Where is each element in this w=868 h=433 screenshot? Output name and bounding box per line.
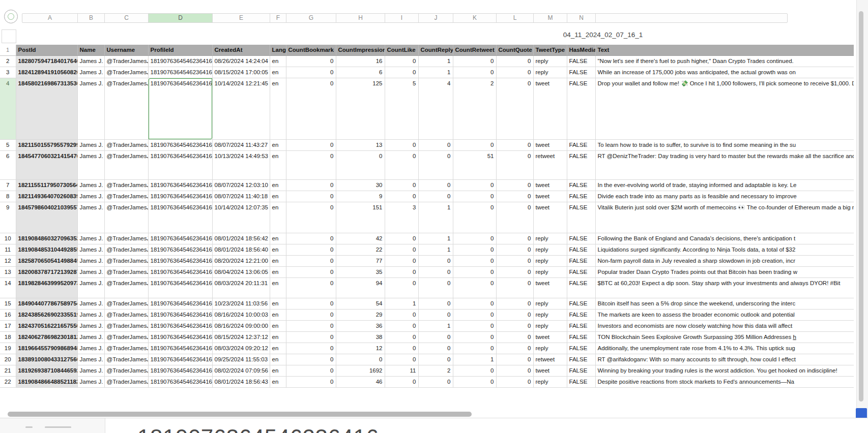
cell-E17[interactable]: 08/16/2024 09:00:00 [212,321,270,332]
cell-J18[interactable]: 0 [418,332,453,343]
cell-N10[interactable]: FALSE [567,233,595,244]
cell-D11[interactable]: 1819076364546236416 [148,244,212,256]
cell-J5[interactable]: 0 [418,140,453,151]
row-number-14[interactable]: 14 [0,278,16,298]
cell-B21[interactable]: James J. [77,365,104,377]
cell-M14[interactable]: tweet [533,278,567,298]
cell-J9[interactable]: 1 [418,202,453,233]
cell-E2[interactable]: 08/26/2024 14:24:04 [212,56,270,67]
cell-O12[interactable]: Non-farm payroll data in July revealed a… [595,256,854,267]
cell-H6[interactable]: 0 [336,151,385,180]
cell-C18[interactable]: @TraderJamesJ [104,332,148,343]
cell-K3[interactable]: 0 [453,67,496,78]
column-letter-M[interactable]: M [534,14,567,22]
cell-B11[interactable]: James J. [77,244,104,256]
header-cell-TweetType[interactable]: TweetType [533,45,567,56]
cell-E18[interactable]: 08/15/2024 12:37:12 [212,332,270,343]
table-handle-button[interactable] [4,10,18,23]
cell-K8[interactable]: 0 [453,191,496,202]
cell-H14[interactable]: 94 [336,278,385,298]
header-cell-HasMedia[interactable]: HasMedia [567,45,595,56]
row-number-16[interactable]: 16 [0,310,16,321]
cell-N21[interactable]: FALSE [567,365,595,377]
cell-L10[interactable]: 0 [496,233,533,244]
cell-G18[interactable]: 0 [286,332,336,343]
cell-C6[interactable]: @TraderJamesJ [104,151,148,180]
row-number-7[interactable]: 7 [0,180,16,191]
cell-H18[interactable]: 38 [336,332,385,343]
cell-J20[interactable]: 0 [418,354,453,365]
cell-E21[interactable]: 08/02/2024 07:09:56 [212,365,270,377]
cell-A2[interactable]: 1828075947184017640 [16,56,77,67]
row-number-9[interactable]: 9 [0,202,16,233]
cell-M2[interactable]: reply [533,56,567,67]
cell-M22[interactable]: reply [533,377,567,388]
cell-F14[interactable]: en [270,278,286,298]
text-link[interactable]: h [793,334,796,340]
cell-H12[interactable]: 77 [336,256,385,267]
cell-K16[interactable]: 0 [453,310,496,321]
cell-B13[interactable]: James J. [77,267,104,278]
cell-I15[interactable]: 1 [385,298,418,310]
column-letter-strip[interactable]: ABCDEFGHIJKLMN [22,13,788,23]
cell-N8[interactable]: FALSE [567,191,595,202]
cell-A12[interactable]: 1825870650541498845 [16,256,77,267]
cell-I4[interactable]: 5 [385,78,418,140]
cell-J15[interactable]: 0 [418,298,453,310]
cell-H22[interactable]: 46 [336,377,385,388]
cell-N17[interactable]: FALSE [567,321,595,332]
cell-D13[interactable]: 1819076364546236416 [148,267,212,278]
cell-H21[interactable]: 1692 [336,365,385,377]
row-number-20[interactable]: 20 [0,354,16,365]
cell-G21[interactable]: 0 [286,365,336,377]
cell-N15[interactable]: FALSE [567,298,595,310]
cell-L22[interactable]: 0 [496,377,533,388]
cell-L5[interactable]: 0 [496,140,533,151]
cell-E9[interactable]: 10/14/2024 12:07:35 [212,202,270,233]
cell-B9[interactable]: James J. [77,202,104,233]
row-number-5[interactable]: 5 [0,140,16,151]
cell-O4[interactable]: Drop your wallet and follow me! 💸 Once I… [595,78,854,140]
cell-B16[interactable]: James J. [77,310,104,321]
cell-F19[interactable]: en [270,343,286,354]
cell-N14[interactable]: FALSE [567,278,595,298]
cell-G2[interactable]: 0 [286,56,336,67]
cell-L17[interactable]: 0 [496,321,533,332]
cell-L4[interactable]: 0 [496,78,533,140]
cell-K4[interactable]: 2 [453,78,496,140]
cell-J4[interactable]: 4 [418,78,453,140]
cell-C17[interactable]: @TraderJamesJ [104,321,148,332]
cell-C20[interactable]: @TraderJamesJ [104,354,148,365]
cell-A19[interactable]: 1819664557909868948 [16,343,77,354]
cell-E14[interactable]: 08/03/2024 20:11:31 [212,278,270,298]
header-cell-CountBookmark[interactable]: CountBookmark [286,45,336,56]
cell-O11[interactable]: Liquidations surged significantly. Accor… [595,244,854,256]
cell-C7[interactable]: @TraderJamesJ [104,180,148,191]
selection-handle[interactable] [148,78,150,80]
cell-O10[interactable]: Following the Bank of England and Canada… [595,233,854,244]
cell-K19[interactable]: 0 [453,343,496,354]
cell-G10[interactable]: 0 [286,233,336,244]
column-letter-I[interactable]: I [385,14,419,22]
cell-C2[interactable]: @TraderJamesJ [104,56,148,67]
cell-M9[interactable]: tweet [533,202,567,233]
column-letter-D[interactable]: D [149,14,213,22]
cell-I17[interactable]: 0 [385,321,418,332]
cell-C13[interactable]: @TraderJamesJ [104,267,148,278]
cell-K2[interactable]: 0 [453,56,496,67]
row-number-17[interactable]: 17 [0,321,16,332]
row-number-21[interactable]: 21 [0,365,16,377]
cell-H15[interactable]: 54 [336,298,385,310]
cell-H16[interactable]: 29 [336,310,385,321]
cell-I13[interactable]: 0 [385,267,418,278]
cell-D19[interactable]: 1819076364546236416 [148,343,212,354]
cell-M17[interactable]: reply [533,321,567,332]
cell-I22[interactable]: 0 [385,377,418,388]
cell-E11[interactable]: 08/01/2024 18:56:40 [212,244,270,256]
cell-L6[interactable]: 0 [496,151,533,180]
cell-J11[interactable]: 1 [418,244,453,256]
cell-A9[interactable]: 1845798604021039557 [16,202,77,233]
cell-H10[interactable]: 42 [336,233,385,244]
cell-J13[interactable]: 0 [418,267,453,278]
cell-K10[interactable]: 0 [453,233,496,244]
